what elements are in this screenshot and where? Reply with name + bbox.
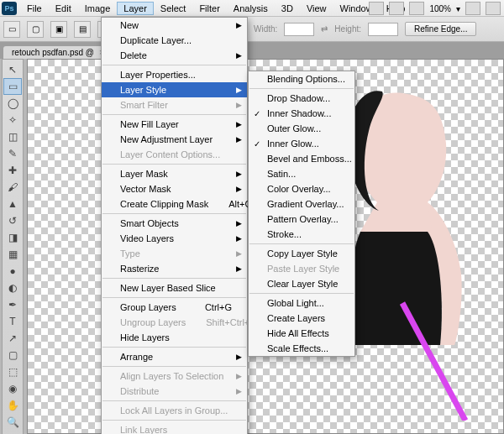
dodge-tool[interactable]: ◐ (3, 280, 22, 296)
add-selection-icon[interactable]: ▣ (50, 21, 67, 38)
layer-menu-item[interactable]: Arrange▶ (102, 349, 247, 364)
style-menu-item[interactable]: Outer Glow... (249, 121, 354, 136)
lasso-tool[interactable]: ◯ (3, 95, 22, 112)
layer-menu-item: Distribute▶ (102, 384, 247, 399)
layer-menu-item: Lock All Layers in Group... (102, 403, 247, 418)
zoom-level[interactable]: 100% (429, 4, 451, 13)
width-input[interactable] (284, 23, 314, 36)
layer-menu-item[interactable]: Hide Layers (102, 330, 247, 345)
layer-menu-item[interactable]: Layer Mask▶ (102, 166, 247, 181)
menu-filter[interactable]: Filter (192, 2, 226, 15)
refine-edge-button[interactable]: Refine Edge... (405, 22, 476, 36)
layer-menu-item[interactable]: Vector Mask▶ (102, 181, 247, 196)
submenu-arrow-icon: ▶ (236, 219, 242, 227)
style-menu-item[interactable]: Gradient Overlay... (249, 196, 354, 212)
style-menu-label: Drop Shadow... (267, 93, 330, 103)
style-menu-item[interactable]: Hide All Effects (249, 326, 354, 341)
document-tab-bar: retouch psdfan.psd @ × (0, 42, 504, 59)
style-menu-item[interactable]: Color Overlay... (249, 181, 354, 196)
submenu-arrow-icon: ▶ (236, 264, 242, 273)
move-tool[interactable]: ↖ (3, 61, 22, 78)
layer-menu-item[interactable]: Layer Style▶ (102, 82, 247, 97)
pen-tool[interactable]: ✒ (3, 296, 22, 313)
style-menu-item[interactable]: Satin... (249, 166, 354, 181)
layer-menu-item[interactable]: New Layer Based Slice (102, 280, 247, 295)
wand-tool[interactable]: ✧ (3, 112, 22, 128)
layer-menu-item[interactable]: Duplicate Layer... (102, 33, 247, 48)
style-menu-item[interactable]: ✓Inner Glow... (249, 136, 354, 151)
arrange-icon[interactable] (409, 2, 424, 15)
layer-menu-item[interactable]: Smart Objects▶ (102, 216, 247, 231)
layer-menu-label: Vector Mask (120, 184, 171, 194)
path-tool[interactable]: ↗ (3, 330, 22, 347)
marquee-tool[interactable]: ▭ (3, 78, 22, 95)
menu-analysis[interactable]: Analysis (227, 2, 275, 15)
layer-menu-item[interactable]: Group LayersCtrl+G (102, 300, 247, 315)
style-menu-item[interactable]: Blending Options... (249, 71, 354, 86)
history-brush-tool[interactable]: ↺ (3, 212, 22, 229)
submenu-arrow-icon: ▶ (236, 135, 242, 144)
height-label: Height: (334, 24, 361, 34)
workspace-switcher-icon[interactable] (486, 2, 501, 15)
layer-menu-item: Link Layers (102, 422, 247, 434)
hand-tool[interactable]: ✋ (3, 397, 22, 414)
style-menu-item[interactable]: Copy Layer Style (249, 246, 354, 261)
layer-menu-label: Distribute (120, 386, 159, 396)
layer-menu-item[interactable]: New Adjustment Layer▶ (102, 132, 247, 147)
type-tool[interactable]: T (3, 313, 22, 330)
menu-file[interactable]: File (20, 2, 49, 15)
camera-tool[interactable]: ◉ (3, 380, 22, 397)
gradient-tool[interactable]: ▦ (3, 246, 22, 263)
height-input[interactable] (368, 23, 398, 36)
layer-menu-item[interactable]: New Fill Layer▶ (102, 117, 247, 132)
style-menu-label: Inner Glow... (267, 139, 319, 149)
menu-3d[interactable]: 3D (275, 2, 300, 15)
layer-menu-item[interactable]: Video Layers▶ (102, 231, 247, 246)
layer-menu-item[interactable]: Create Clipping MaskAlt+Ctrl+G (102, 196, 247, 212)
shape-tool[interactable]: ▢ (3, 347, 22, 363)
layer-menu-label: New Fill Layer (120, 119, 179, 129)
view-extras-icon[interactable] (389, 2, 404, 15)
swap-dims-icon[interactable]: ⇄ (321, 24, 328, 34)
blur-tool[interactable]: ● (3, 263, 22, 280)
subtract-selection-icon[interactable]: ▤ (74, 21, 91, 38)
style-menu-item[interactable]: ✓Inner Shadow... (249, 106, 354, 121)
stamp-tool[interactable]: ▲ (3, 196, 22, 212)
top-controls: 100%▾ (369, 2, 501, 15)
zoom-tool[interactable]: 🔍 (3, 414, 22, 431)
style-menu-item[interactable]: Clear Layer Style (249, 276, 354, 291)
menu-edit[interactable]: Edit (49, 2, 78, 15)
healing-tool[interactable]: ✚ (3, 162, 22, 179)
document-tab[interactable]: retouch psdfan.psd @ × (3, 46, 113, 59)
brush-tool[interactable]: 🖌 (3, 179, 22, 196)
3d-tool[interactable]: ⬚ (3, 363, 22, 380)
eraser-tool[interactable]: ◨ (3, 229, 22, 246)
tool-preset-icon[interactable]: ▭ (3, 21, 20, 38)
menu-image[interactable]: Image (78, 2, 118, 15)
new-selection-icon[interactable]: ▢ (27, 21, 44, 38)
menu-select[interactable]: Select (154, 2, 193, 15)
submenu-arrow-icon: ▶ (236, 86, 242, 94)
style-menu-item[interactable]: Create Layers (249, 311, 354, 326)
menu-layer[interactable]: Layer (117, 2, 154, 15)
submenu-arrow-icon: ▶ (236, 353, 242, 361)
submenu-arrow-icon: ▶ (236, 387, 242, 395)
style-menu-item[interactable]: Pattern Overlay... (249, 212, 354, 227)
layer-menu-item[interactable]: Rasterize▶ (102, 261, 247, 276)
style-menu-label: Global Light... (267, 298, 324, 308)
layer-menu-item[interactable]: New▶ (102, 18, 247, 33)
crop-tool[interactable]: ◫ (3, 128, 22, 145)
eyedropper-tool[interactable]: ✎ (3, 145, 22, 162)
style-menu-item[interactable]: Bevel and Emboss... (249, 151, 354, 166)
layer-menu-label: New Adjustment Layer (120, 134, 213, 144)
menu-view[interactable]: View (300, 2, 333, 15)
style-menu-item[interactable]: Global Light... (249, 295, 354, 311)
layer-menu-item[interactable]: Delete▶ (102, 48, 247, 63)
launch-bridge-icon[interactable] (369, 2, 384, 15)
screen-mode-icon[interactable] (465, 2, 480, 15)
layer-menu-label: Smart Objects (120, 218, 179, 228)
layer-menu-item[interactable]: Layer Properties... (102, 67, 247, 82)
style-menu-item[interactable]: Drop Shadow... (249, 91, 354, 106)
style-menu-item[interactable]: Scale Effects... (249, 341, 354, 356)
style-menu-item[interactable]: Stroke... (249, 227, 354, 242)
